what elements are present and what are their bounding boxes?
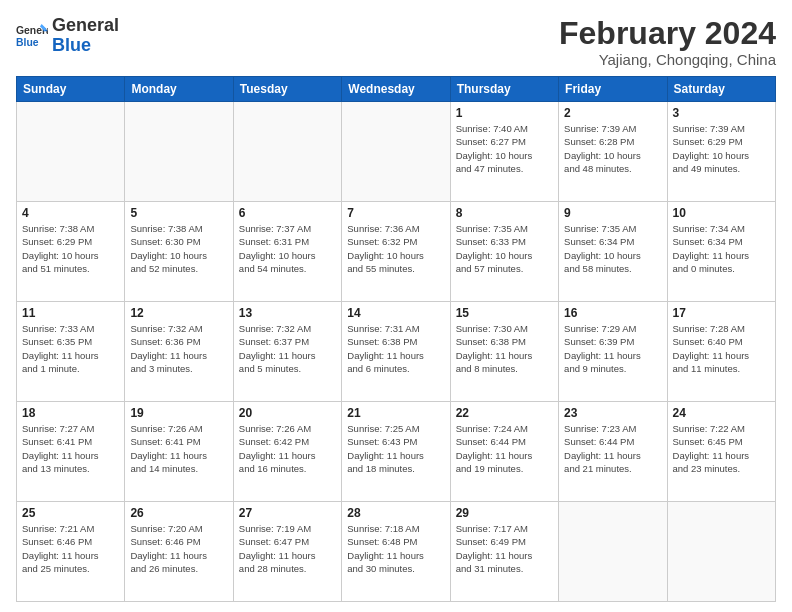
day-number: 20 xyxy=(239,406,336,420)
calendar-cell: 27Sunrise: 7:19 AM Sunset: 6:47 PM Dayli… xyxy=(233,502,341,602)
logo-icon: General Blue xyxy=(16,20,48,52)
day-number: 21 xyxy=(347,406,444,420)
day-info: Sunrise: 7:39 AM Sunset: 6:29 PM Dayligh… xyxy=(673,122,770,175)
day-number: 12 xyxy=(130,306,227,320)
day-number: 29 xyxy=(456,506,553,520)
calendar-cell: 9Sunrise: 7:35 AM Sunset: 6:34 PM Daylig… xyxy=(559,202,667,302)
day-number: 22 xyxy=(456,406,553,420)
calendar-cell xyxy=(17,102,125,202)
day-info: Sunrise: 7:17 AM Sunset: 6:49 PM Dayligh… xyxy=(456,522,553,575)
day-number: 24 xyxy=(673,406,770,420)
calendar-cell: 4Sunrise: 7:38 AM Sunset: 6:29 PM Daylig… xyxy=(17,202,125,302)
day-number: 6 xyxy=(239,206,336,220)
main-title: February 2024 xyxy=(559,16,776,51)
week-row-1: 1Sunrise: 7:40 AM Sunset: 6:27 PM Daylig… xyxy=(17,102,776,202)
day-info: Sunrise: 7:39 AM Sunset: 6:28 PM Dayligh… xyxy=(564,122,661,175)
day-info: Sunrise: 7:34 AM Sunset: 6:34 PM Dayligh… xyxy=(673,222,770,275)
day-info: Sunrise: 7:33 AM Sunset: 6:35 PM Dayligh… xyxy=(22,322,119,375)
day-number: 7 xyxy=(347,206,444,220)
day-info: Sunrise: 7:25 AM Sunset: 6:43 PM Dayligh… xyxy=(347,422,444,475)
calendar-cell: 24Sunrise: 7:22 AM Sunset: 6:45 PM Dayli… xyxy=(667,402,775,502)
calendar-cell: 28Sunrise: 7:18 AM Sunset: 6:48 PM Dayli… xyxy=(342,502,450,602)
calendar-cell: 5Sunrise: 7:38 AM Sunset: 6:30 PM Daylig… xyxy=(125,202,233,302)
calendar-table: Sunday Monday Tuesday Wednesday Thursday… xyxy=(16,76,776,602)
calendar-cell: 11Sunrise: 7:33 AM Sunset: 6:35 PM Dayli… xyxy=(17,302,125,402)
day-number: 14 xyxy=(347,306,444,320)
day-number: 26 xyxy=(130,506,227,520)
day-number: 18 xyxy=(22,406,119,420)
day-info: Sunrise: 7:31 AM Sunset: 6:38 PM Dayligh… xyxy=(347,322,444,375)
calendar-cell xyxy=(233,102,341,202)
day-number: 4 xyxy=(22,206,119,220)
col-saturday: Saturday xyxy=(667,77,775,102)
day-info: Sunrise: 7:40 AM Sunset: 6:27 PM Dayligh… xyxy=(456,122,553,175)
calendar-cell xyxy=(342,102,450,202)
day-info: Sunrise: 7:19 AM Sunset: 6:47 PM Dayligh… xyxy=(239,522,336,575)
logo-general: General xyxy=(52,16,119,36)
col-thursday: Thursday xyxy=(450,77,558,102)
calendar-cell: 12Sunrise: 7:32 AM Sunset: 6:36 PM Dayli… xyxy=(125,302,233,402)
calendar-cell: 21Sunrise: 7:25 AM Sunset: 6:43 PM Dayli… xyxy=(342,402,450,502)
col-tuesday: Tuesday xyxy=(233,77,341,102)
day-number: 5 xyxy=(130,206,227,220)
calendar-cell: 20Sunrise: 7:26 AM Sunset: 6:42 PM Dayli… xyxy=(233,402,341,502)
day-info: Sunrise: 7:36 AM Sunset: 6:32 PM Dayligh… xyxy=(347,222,444,275)
calendar-cell: 19Sunrise: 7:26 AM Sunset: 6:41 PM Dayli… xyxy=(125,402,233,502)
calendar-cell xyxy=(667,502,775,602)
calendar-cell: 14Sunrise: 7:31 AM Sunset: 6:38 PM Dayli… xyxy=(342,302,450,402)
subtitle: Yajiang, Chongqing, China xyxy=(559,51,776,68)
week-row-3: 11Sunrise: 7:33 AM Sunset: 6:35 PM Dayli… xyxy=(17,302,776,402)
day-info: Sunrise: 7:38 AM Sunset: 6:30 PM Dayligh… xyxy=(130,222,227,275)
col-sunday: Sunday xyxy=(17,77,125,102)
calendar-cell: 7Sunrise: 7:36 AM Sunset: 6:32 PM Daylig… xyxy=(342,202,450,302)
calendar-cell: 18Sunrise: 7:27 AM Sunset: 6:41 PM Dayli… xyxy=(17,402,125,502)
day-number: 9 xyxy=(564,206,661,220)
calendar-cell: 25Sunrise: 7:21 AM Sunset: 6:46 PM Dayli… xyxy=(17,502,125,602)
day-info: Sunrise: 7:29 AM Sunset: 6:39 PM Dayligh… xyxy=(564,322,661,375)
calendar-cell: 1Sunrise: 7:40 AM Sunset: 6:27 PM Daylig… xyxy=(450,102,558,202)
col-friday: Friday xyxy=(559,77,667,102)
calendar-cell: 16Sunrise: 7:29 AM Sunset: 6:39 PM Dayli… xyxy=(559,302,667,402)
day-number: 2 xyxy=(564,106,661,120)
calendar-cell: 26Sunrise: 7:20 AM Sunset: 6:46 PM Dayli… xyxy=(125,502,233,602)
day-info: Sunrise: 7:26 AM Sunset: 6:42 PM Dayligh… xyxy=(239,422,336,475)
day-info: Sunrise: 7:38 AM Sunset: 6:29 PM Dayligh… xyxy=(22,222,119,275)
svg-text:Blue: Blue xyxy=(16,36,39,47)
day-number: 27 xyxy=(239,506,336,520)
day-info: Sunrise: 7:24 AM Sunset: 6:44 PM Dayligh… xyxy=(456,422,553,475)
day-number: 3 xyxy=(673,106,770,120)
day-number: 16 xyxy=(564,306,661,320)
calendar-cell: 29Sunrise: 7:17 AM Sunset: 6:49 PM Dayli… xyxy=(450,502,558,602)
week-row-2: 4Sunrise: 7:38 AM Sunset: 6:29 PM Daylig… xyxy=(17,202,776,302)
day-number: 10 xyxy=(673,206,770,220)
calendar-cell: 2Sunrise: 7:39 AM Sunset: 6:28 PM Daylig… xyxy=(559,102,667,202)
day-info: Sunrise: 7:30 AM Sunset: 6:38 PM Dayligh… xyxy=(456,322,553,375)
day-info: Sunrise: 7:27 AM Sunset: 6:41 PM Dayligh… xyxy=(22,422,119,475)
calendar-cell: 23Sunrise: 7:23 AM Sunset: 6:44 PM Dayli… xyxy=(559,402,667,502)
day-number: 15 xyxy=(456,306,553,320)
day-info: Sunrise: 7:35 AM Sunset: 6:33 PM Dayligh… xyxy=(456,222,553,275)
calendar-cell: 22Sunrise: 7:24 AM Sunset: 6:44 PM Dayli… xyxy=(450,402,558,502)
day-number: 17 xyxy=(673,306,770,320)
calendar-cell: 13Sunrise: 7:32 AM Sunset: 6:37 PM Dayli… xyxy=(233,302,341,402)
logo: General Blue General Blue xyxy=(16,16,119,56)
day-info: Sunrise: 7:23 AM Sunset: 6:44 PM Dayligh… xyxy=(564,422,661,475)
col-wednesday: Wednesday xyxy=(342,77,450,102)
calendar-cell: 6Sunrise: 7:37 AM Sunset: 6:31 PM Daylig… xyxy=(233,202,341,302)
page: General Blue General Blue February 2024 … xyxy=(0,0,792,612)
calendar-cell: 10Sunrise: 7:34 AM Sunset: 6:34 PM Dayli… xyxy=(667,202,775,302)
col-monday: Monday xyxy=(125,77,233,102)
day-number: 25 xyxy=(22,506,119,520)
day-number: 13 xyxy=(239,306,336,320)
day-info: Sunrise: 7:26 AM Sunset: 6:41 PM Dayligh… xyxy=(130,422,227,475)
calendar-cell: 15Sunrise: 7:30 AM Sunset: 6:38 PM Dayli… xyxy=(450,302,558,402)
day-info: Sunrise: 7:21 AM Sunset: 6:46 PM Dayligh… xyxy=(22,522,119,575)
week-row-4: 18Sunrise: 7:27 AM Sunset: 6:41 PM Dayli… xyxy=(17,402,776,502)
day-number: 8 xyxy=(456,206,553,220)
calendar-cell: 3Sunrise: 7:39 AM Sunset: 6:29 PM Daylig… xyxy=(667,102,775,202)
day-info: Sunrise: 7:32 AM Sunset: 6:37 PM Dayligh… xyxy=(239,322,336,375)
logo-blue: Blue xyxy=(52,36,119,56)
header: General Blue General Blue February 2024 … xyxy=(16,16,776,68)
day-number: 28 xyxy=(347,506,444,520)
week-row-5: 25Sunrise: 7:21 AM Sunset: 6:46 PM Dayli… xyxy=(17,502,776,602)
